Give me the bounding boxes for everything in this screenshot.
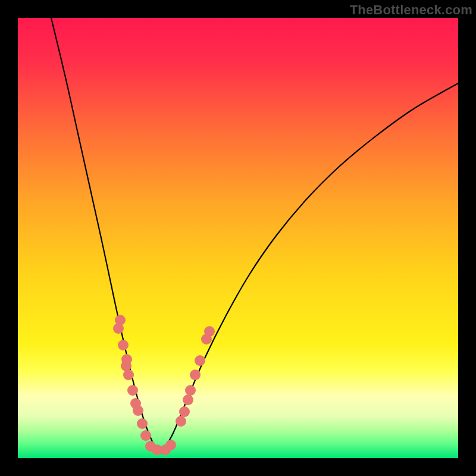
scatter-dot	[137, 418, 148, 429]
scatter-dot	[190, 369, 201, 380]
scatter-dot	[195, 355, 205, 366]
scatter-dot	[165, 440, 176, 450]
scatter-dot	[179, 406, 190, 417]
scatter-dot	[183, 394, 193, 405]
chart-frame: TheBottleneck.com	[0, 0, 476, 476]
watermark-text: TheBottleneck.com	[350, 2, 472, 18]
scatter-dot	[118, 340, 129, 350]
scatter-dot	[123, 369, 134, 380]
bottleneck-curve	[18, 18, 458, 458]
scatter-dot	[133, 405, 143, 416]
scatter-dot	[127, 385, 138, 396]
scatter-dot	[176, 416, 186, 427]
curve-right-branch	[161, 83, 458, 453]
scatter-dots	[113, 315, 215, 455]
curve-left-branch	[51, 18, 161, 453]
plot-area	[18, 18, 458, 458]
scatter-dot	[113, 323, 124, 334]
scatter-dot	[204, 326, 215, 337]
scatter-dot	[140, 430, 151, 441]
scatter-dot	[185, 385, 196, 396]
